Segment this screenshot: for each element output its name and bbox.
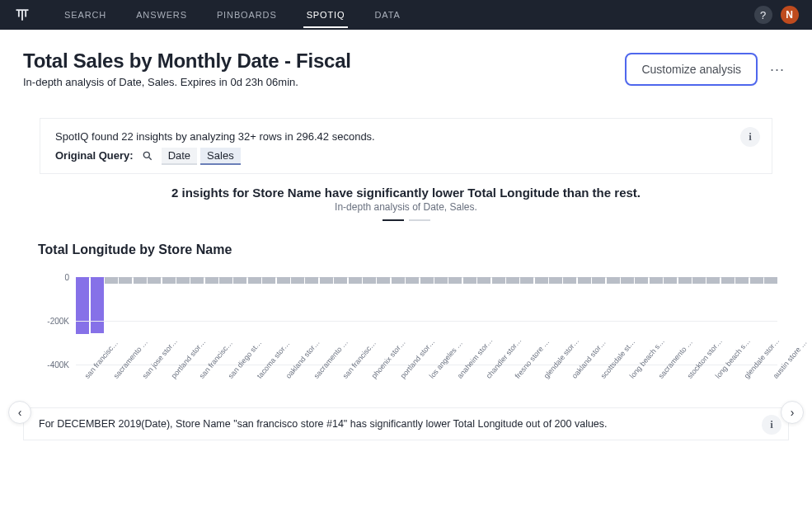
original-query-row: Original Query: DateSales (55, 149, 757, 162)
x-tick-label: anaheim stor… (456, 374, 462, 379)
x-tick-label: long beach s… (714, 374, 720, 379)
bar[interactable] (76, 266, 89, 365)
y-tick-label: -400K (47, 360, 69, 369)
bar[interactable] (520, 266, 533, 365)
insight-pager (23, 219, 789, 221)
pager-dot[interactable] (383, 219, 404, 221)
query-token-sales[interactable]: Sales (200, 148, 241, 165)
page-header: Total Sales by Monthly Date - Fiscal In-… (0, 30, 812, 101)
x-tick-label: sacramento … (657, 374, 664, 379)
x-tick-label: san francisc… (198, 374, 204, 379)
bar[interactable] (434, 266, 448, 365)
x-tick-label: oakland stor… (570, 374, 577, 379)
bar[interactable] (635, 266, 648, 365)
prev-insight-button[interactable]: ‹ (8, 401, 31, 424)
bar[interactable] (749, 266, 763, 365)
info-icon[interactable]: i (740, 127, 760, 147)
x-tick-label: fresno store … (514, 374, 520, 379)
bar[interactable] (692, 266, 706, 365)
x-tick-label: stockton stor… (685, 374, 692, 379)
x-tick-label: los angeles … (427, 374, 434, 379)
x-tick-label: san francisc… (341, 374, 348, 379)
x-tick-label: sacramento … (112, 374, 119, 379)
original-query-label: Original Query: (55, 149, 134, 162)
nav-item-answers[interactable]: ANSWERS (133, 2, 190, 28)
nav-item-data[interactable]: DATA (371, 2, 403, 28)
bar[interactable] (721, 266, 735, 365)
x-tick-label: long beach s… (628, 374, 635, 379)
bar[interactable] (348, 266, 361, 365)
bar[interactable] (90, 266, 103, 365)
explanation-text: For DECEMBER 2019(Date), Store Name "san… (39, 418, 608, 430)
bar[interactable] (119, 266, 132, 365)
help-button[interactable]: ? (754, 6, 772, 24)
x-tick-label: phoenix stor… (370, 374, 377, 379)
user-avatar[interactable]: N (781, 6, 799, 24)
x-tick-label: san francisc… (83, 374, 90, 379)
bar[interactable] (377, 266, 390, 365)
pager-dot[interactable] (409, 219, 430, 221)
nav-item-pinboards[interactable]: PINBOARDS (214, 2, 280, 28)
page-subtitle: In-depth analysis of Date, Sales. Expire… (23, 76, 351, 88)
nav-item-spotiq[interactable]: SPOTIQ (303, 2, 349, 28)
info-icon[interactable]: i (762, 415, 781, 435)
y-tick-label: -200K (47, 317, 69, 326)
bar[interactable] (176, 266, 190, 365)
bar[interactable] (262, 266, 275, 365)
bar[interactable] (320, 266, 333, 365)
x-tick-label: tacoma stor… (256, 374, 262, 379)
bar[interactable] (291, 266, 304, 365)
bar[interactable] (491, 266, 505, 365)
x-tick-label: oakland stor… (284, 374, 290, 379)
explanation-card: For DECEMBER 2019(Date), Store Name "san… (23, 407, 789, 440)
bar[interactable] (205, 266, 218, 365)
bar[interactable] (463, 266, 476, 365)
bar[interactable] (148, 266, 161, 365)
insight-title: 2 insights for Store Name have significa… (23, 186, 789, 200)
y-tick-label: 0 (64, 273, 69, 282)
chart-card: Total Longitude by Store Name 0-200K-400… (23, 228, 789, 384)
x-tick-label: portland stor… (399, 374, 406, 379)
query-token-date[interactable]: Date (162, 148, 197, 165)
bar[interactable] (578, 266, 591, 365)
chevron-right-icon: › (791, 406, 795, 419)
next-insight-button[interactable]: › (781, 401, 804, 424)
summary-text: SpotIQ found 22 insights by analyzing 32… (55, 130, 757, 143)
bar[interactable] (606, 266, 619, 365)
chevron-left-icon: ‹ (18, 406, 22, 419)
chart-x-axis: san francisc…sacramento …san jose stor…p… (76, 368, 777, 376)
insight-heading: 2 insights for Store Name have significa… (23, 186, 789, 221)
bar[interactable] (406, 266, 419, 365)
x-tick-label: san jose stor… (140, 374, 147, 379)
app-logo[interactable] (13, 6, 31, 24)
bar[interactable] (664, 266, 677, 365)
x-tick-label: glendale stor… (743, 374, 749, 379)
x-tick-label: chandler stor… (485, 374, 491, 379)
x-tick-label: san diego st… (227, 374, 233, 379)
x-tick-label: sacramento … (312, 374, 319, 379)
search-icon (142, 150, 153, 162)
customize-analysis-button[interactable]: Customize analysis (625, 53, 758, 86)
top-nav: SEARCHANSWERSPINBOARDSSPOTIQDATA ? N (0, 0, 812, 30)
bar[interactable] (549, 266, 562, 365)
chart-title: Total Longitude by Store Name (38, 242, 777, 257)
nav-item-search[interactable]: SEARCH (61, 2, 110, 28)
x-tick-label: austin store … (772, 374, 778, 379)
x-tick-label: glendale stor… (542, 374, 548, 379)
summary-card: SpotIQ found 22 insights by analyzing 32… (40, 118, 772, 174)
nav-items: SEARCHANSWERSPINBOARDSSPOTIQDATA (61, 2, 404, 28)
x-tick-label: scottsdale st… (599, 374, 606, 379)
chart-y-axis: 0-200K-400K (35, 266, 76, 365)
more-menu-button[interactable]: ··· (766, 58, 789, 81)
x-tick-label: portland stor… (169, 374, 176, 379)
svg-point-0 (143, 152, 149, 158)
insight-subtitle: In-depth analysis of Date, Sales. (23, 201, 789, 213)
page-title: Total Sales by Monthly Date - Fiscal (23, 49, 351, 73)
bar[interactable] (233, 266, 246, 365)
